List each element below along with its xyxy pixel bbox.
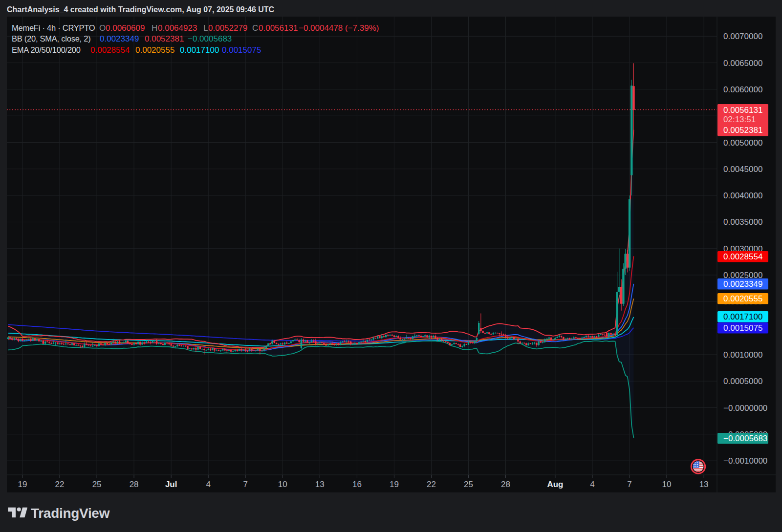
svg-text:Jul: Jul [165,480,177,489]
svg-text:0.0060000: 0.0060000 [723,85,762,94]
svg-text:0.0050000: 0.0050000 [723,138,762,148]
svg-text:0.0056131: 0.0056131 [723,106,762,115]
svg-text:10: 10 [278,480,287,489]
svg-text:0.0040000: 0.0040000 [723,191,762,200]
svg-text:−0.0010000: −0.0010000 [723,456,767,466]
svg-text:0.0052381: 0.0052381 [723,126,762,135]
svg-text:22: 22 [427,480,436,489]
svg-text:25: 25 [464,480,473,489]
svg-text:19: 19 [18,480,27,489]
svg-text:0.0035000: 0.0035000 [723,217,762,227]
svg-text:28: 28 [130,480,139,489]
svg-text:BB (20, SMA, close, 2)0.002334: BB (20, SMA, close, 2)0.00233490.0052381… [12,34,232,43]
svg-text:−0.0000000: −0.0000000 [723,404,767,413]
svg-text:25: 25 [92,480,102,489]
svg-text:0.0045000: 0.0045000 [723,165,762,174]
svg-text:02:13:51: 02:13:51 [723,115,756,124]
svg-text:16: 16 [352,480,362,489]
svg-text:10: 10 [662,480,672,489]
svg-text:28: 28 [501,480,510,489]
svg-text:Aug: Aug [547,480,563,489]
svg-text:4: 4 [206,480,210,489]
svg-text:0.0023349: 0.0023349 [723,279,762,289]
svg-text:4: 4 [590,480,594,489]
svg-text:7: 7 [627,480,631,489]
svg-text:7: 7 [243,480,247,489]
svg-text:0.0015075: 0.0015075 [723,323,762,333]
svg-text:MemeFi · 4h · CRYPTOO0.0060609: MemeFi · 4h · CRYPTOO0.0060609H0.0064923… [12,23,379,33]
svg-text:0.0070000: 0.0070000 [723,32,762,41]
svg-text:13: 13 [699,480,709,489]
svg-text:0.0065000: 0.0065000 [723,59,762,68]
svg-text:0.0020555: 0.0020555 [723,294,762,303]
svg-text:0.0017100: 0.0017100 [723,312,762,321]
svg-text:13: 13 [315,480,325,489]
svg-text:0.0010000: 0.0010000 [723,350,762,360]
svg-text:22: 22 [55,480,65,489]
svg-text:19: 19 [390,480,399,489]
svg-text:0.0005000: 0.0005000 [723,377,762,386]
svg-text:ChartAnalysis_4 created with T: ChartAnalysis_4 created with TradingView… [7,5,275,14]
svg-text:0.0028554: 0.0028554 [723,252,762,261]
svg-text:−0.0005683: −0.0005683 [723,434,767,443]
svg-text:TradingView: TradingView [31,506,110,521]
svg-text:EMA 20/50/100/2000.00285540.00: EMA 20/50/100/2000.00285540.00205550.001… [12,45,261,55]
